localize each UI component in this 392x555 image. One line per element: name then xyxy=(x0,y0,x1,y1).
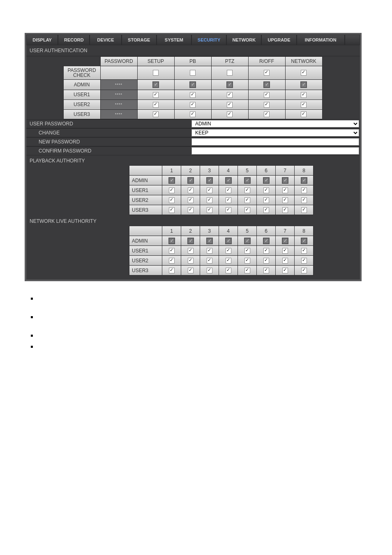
checkbox[interactable] xyxy=(301,187,307,193)
tab-network[interactable]: NETWORK xyxy=(226,35,261,45)
checkbox[interactable] xyxy=(263,258,269,264)
checkbox[interactable] xyxy=(263,268,269,273)
checkbox[interactable] xyxy=(153,102,159,108)
checkbox[interactable] xyxy=(188,197,194,203)
tab-upgrade[interactable]: UPGRADE xyxy=(261,35,296,45)
pwcheck-network-checkbox[interactable] xyxy=(301,70,307,76)
checkbox[interactable] xyxy=(301,248,307,254)
checkbox[interactable] xyxy=(187,177,194,184)
confirm-password-input[interactable] xyxy=(191,147,359,155)
checkbox[interactable] xyxy=(263,197,269,203)
checkbox[interactable] xyxy=(187,238,194,244)
checkbox[interactable] xyxy=(244,187,250,193)
checkbox[interactable] xyxy=(301,207,307,213)
user-password-select[interactable]: ADMIN xyxy=(191,120,359,127)
checkbox[interactable] xyxy=(190,111,196,117)
pwcheck-setup-checkbox[interactable] xyxy=(153,70,159,76)
checkbox[interactable] xyxy=(282,177,288,184)
checkbox[interactable] xyxy=(207,258,212,264)
checkbox[interactable] xyxy=(264,92,270,98)
checkbox[interactable] xyxy=(226,197,231,203)
checkbox[interactable] xyxy=(188,187,194,193)
checkbox[interactable] xyxy=(263,81,270,88)
checkbox[interactable] xyxy=(244,258,250,264)
checkbox[interactable] xyxy=(226,258,231,264)
checkbox[interactable] xyxy=(206,177,213,184)
checkbox[interactable] xyxy=(244,207,250,213)
tab-information[interactable]: INFORMATION xyxy=(297,35,345,45)
checkbox[interactable] xyxy=(169,258,175,264)
tab-device[interactable]: DEVICE xyxy=(90,35,121,45)
checkbox[interactable] xyxy=(188,258,194,264)
checkbox[interactable] xyxy=(169,268,175,273)
checkbox[interactable] xyxy=(190,102,196,108)
checkbox[interactable] xyxy=(301,238,307,244)
tab-storage[interactable]: STORAGE xyxy=(122,35,157,45)
checkbox[interactable] xyxy=(188,207,194,213)
checkbox[interactable] xyxy=(263,177,270,184)
checkbox[interactable] xyxy=(207,187,212,193)
checkbox[interactable] xyxy=(264,111,270,117)
checkbox[interactable] xyxy=(225,177,232,184)
checkbox[interactable] xyxy=(300,81,307,88)
checkbox[interactable] xyxy=(282,268,288,273)
checkbox[interactable] xyxy=(282,187,288,193)
checkbox[interactable] xyxy=(225,238,232,244)
tab-system[interactable]: SYSTEM xyxy=(157,35,191,45)
change-select[interactable]: KEEP xyxy=(191,129,359,136)
checkbox[interactable] xyxy=(244,268,250,273)
checkbox[interactable] xyxy=(227,111,233,117)
checkbox[interactable] xyxy=(207,207,212,213)
checkbox[interactable] xyxy=(168,177,175,184)
checkbox[interactable] xyxy=(301,258,307,264)
checkbox[interactable] xyxy=(169,248,175,254)
checkbox[interactable] xyxy=(244,177,251,184)
checkbox[interactable] xyxy=(226,207,231,213)
pwcheck-pb-checkbox[interactable] xyxy=(190,70,196,76)
new-password-input[interactable] xyxy=(191,138,359,146)
checkbox[interactable] xyxy=(301,92,307,98)
checkbox[interactable] xyxy=(226,81,233,88)
checkbox[interactable] xyxy=(207,197,212,203)
checkbox[interactable] xyxy=(207,248,212,254)
tab-security[interactable]: SECURITY xyxy=(191,35,226,45)
checkbox[interactable] xyxy=(169,187,175,193)
checkbox[interactable] xyxy=(169,197,175,203)
checkbox[interactable] xyxy=(263,238,270,244)
checkbox[interactable] xyxy=(244,197,250,203)
checkbox[interactable] xyxy=(168,238,175,244)
tab-display[interactable]: DISPLAY xyxy=(26,35,58,45)
checkbox[interactable] xyxy=(282,238,288,244)
checkbox[interactable] xyxy=(282,258,288,264)
checkbox[interactable] xyxy=(227,92,233,98)
checkbox[interactable] xyxy=(264,102,270,108)
checkbox[interactable] xyxy=(169,207,175,213)
checkbox[interactable] xyxy=(226,187,231,193)
checkbox[interactable] xyxy=(226,268,231,273)
checkbox[interactable] xyxy=(207,268,212,273)
checkbox[interactable] xyxy=(244,238,251,244)
checkbox[interactable] xyxy=(263,248,269,254)
pwcheck-roff-checkbox[interactable] xyxy=(264,70,270,76)
checkbox[interactable] xyxy=(282,248,288,254)
checkbox[interactable] xyxy=(153,92,159,98)
checkbox[interactable] xyxy=(152,81,159,88)
checkbox[interactable] xyxy=(227,102,233,108)
checkbox[interactable] xyxy=(153,111,159,117)
checkbox[interactable] xyxy=(301,111,307,117)
checkbox[interactable] xyxy=(189,81,196,88)
checkbox[interactable] xyxy=(282,207,288,213)
checkbox[interactable] xyxy=(263,207,269,213)
checkbox[interactable] xyxy=(188,248,194,254)
checkbox[interactable] xyxy=(263,187,269,193)
checkbox[interactable] xyxy=(244,248,250,254)
checkbox[interactable] xyxy=(282,197,288,203)
checkbox[interactable] xyxy=(190,92,196,98)
checkbox[interactable] xyxy=(301,102,307,108)
checkbox[interactable] xyxy=(206,238,213,244)
checkbox[interactable] xyxy=(301,177,307,184)
checkbox[interactable] xyxy=(226,248,231,254)
pwcheck-ptz-checkbox[interactable] xyxy=(227,70,233,76)
checkbox[interactable] xyxy=(188,268,194,273)
tab-record[interactable]: RECORD xyxy=(58,35,90,45)
